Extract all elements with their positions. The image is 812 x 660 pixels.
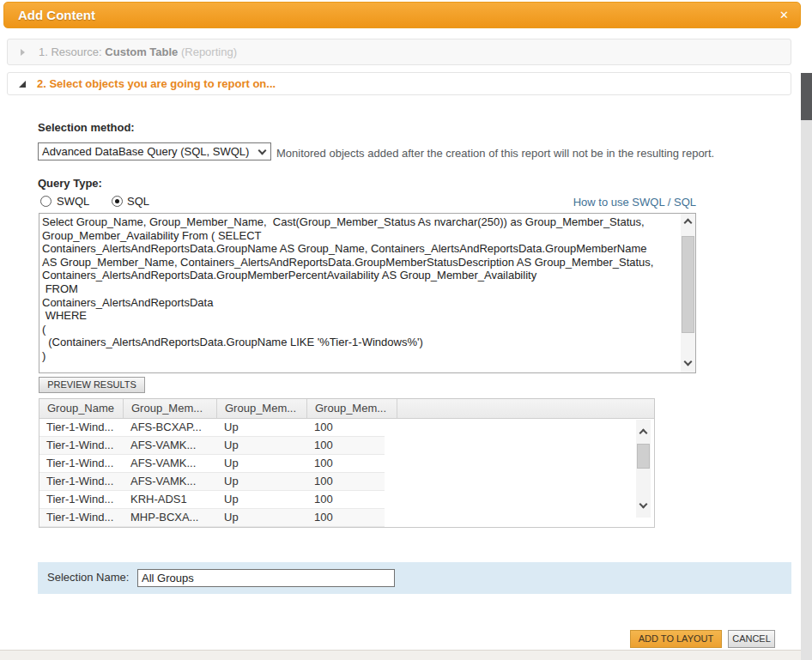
selection-method-note: Monitored objects added after the creati… — [276, 147, 714, 160]
selection-method-label: Selection method: — [38, 121, 135, 134]
table-cell: 100 — [307, 437, 385, 454]
query-type-label: Query Type: — [38, 177, 102, 190]
table-header-row: Group_Name Group_Mem... Group_Mem... Gro… — [39, 399, 654, 419]
table-row[interactable]: Tier-1-Wind...AFS-VAMK...Up100 — [39, 437, 385, 455]
table-cell: Tier-1-Wind... — [39, 455, 124, 472]
selection-method-select[interactable]: Advanced DataBase Query (SQL, SWQL) — [38, 142, 271, 160]
table-cell: Up — [217, 491, 307, 508]
selection-name-label: Selection Name: — [47, 562, 129, 593]
table-row[interactable]: Tier-1-Wind...AFS-BCXAP...Up100 — [39, 419, 385, 437]
radio-sql[interactable] — [112, 196, 123, 207]
step1-label: 1. Resource: Custom Table (Reporting) — [39, 39, 237, 65]
browser-scroll-track[interactable] — [801, 73, 812, 660]
dialog-header: Add Content ✕ — [3, 2, 801, 28]
selection-name-input[interactable] — [137, 569, 395, 587]
table-cell: AFS-BCXAP... — [124, 419, 217, 436]
add-content-dialog: Add Content ✕ 1. Resource: Custom Table … — [0, 0, 812, 660]
table-row[interactable]: Tier-1-Wind...AFS-VAMK...Up100 — [39, 455, 385, 473]
expanded-triangle-icon — [19, 81, 26, 88]
add-to-layout-button[interactable]: ADD TO LAYOUT — [630, 630, 722, 648]
close-icon[interactable]: ✕ — [779, 3, 789, 28]
table-cell: Up — [217, 455, 307, 472]
table-cell: Up — [217, 419, 307, 436]
selection-method-value: Advanced DataBase Query (SQL, SWQL) — [42, 145, 249, 158]
sql-query-editor[interactable]: Select Group_Name, Group_Member_Name, Ca… — [39, 213, 696, 373]
table-cell: Up — [217, 473, 307, 490]
browser-scroll-thumb[interactable] — [801, 73, 812, 120]
selection-name-band: Selection Name: — [38, 562, 791, 594]
dialog-title: Add Content — [18, 3, 95, 28]
table-cell: Tier-1-Wind... — [39, 491, 124, 508]
preview-results-table: Group_Name Group_Mem... Group_Mem... Gro… — [39, 398, 655, 528]
step2-select-objects-bar[interactable]: 2. Select objects you are going to repor… — [7, 72, 791, 95]
cancel-button[interactable]: CANCEL — [728, 630, 775, 648]
preview-results-button[interactable]: PREVIEW RESULTS — [39, 377, 145, 393]
table-cell: MHP-BCXA... — [124, 509, 217, 526]
table-cell: AFS-VAMK... — [124, 473, 217, 490]
step1-resource-type: (Reporting) — [178, 45, 237, 58]
table-scroll-thumb[interactable] — [637, 444, 650, 469]
scroll-up-icon[interactable] — [684, 219, 693, 227]
radio-sql-label: SQL — [127, 195, 149, 208]
table-cell: 100 — [307, 491, 385, 508]
table-cell: Tier-1-Wind... — [39, 419, 124, 436]
table-cell: Up — [217, 437, 307, 454]
browser-scrollbar — [801, 0, 812, 660]
scroll-up-icon[interactable] — [639, 429, 648, 438]
editor-scroll-thumb[interactable] — [682, 236, 694, 333]
table-cell: AFS-VAMK... — [124, 437, 217, 454]
page-bottom-strip — [0, 650, 812, 660]
chevron-down-icon — [258, 147, 267, 155]
table-cell: Up — [217, 509, 307, 526]
column-header-group-name[interactable]: Group_Name — [39, 399, 124, 418]
scroll-down-icon[interactable] — [684, 358, 693, 366]
editor-scrollbar — [681, 214, 695, 372]
column-header-group-member-name[interactable]: Group_Mem... — [124, 399, 217, 418]
step1-resource-bar[interactable]: 1. Resource: Custom Table (Reporting) — [7, 39, 791, 65]
column-header-group-member-availability[interactable]: Group_Mem... — [307, 399, 397, 418]
table-row[interactable]: Tier-1-Wind...KRH-ADS1Up100 — [39, 491, 385, 509]
table-cell: 100 — [307, 473, 385, 490]
radio-swql-label: SWQL — [57, 195, 89, 208]
step1-resource-name: Custom Table — [105, 45, 178, 58]
table-cell: 100 — [307, 509, 385, 526]
table-cell: AFS-VAMK... — [124, 455, 217, 472]
sql-query-text[interactable]: Select Group_Name, Group_Member_Name, Ca… — [39, 214, 680, 372]
table-cell: KRH-ADS1 — [124, 491, 217, 508]
table-cell: Tier-1-Wind... — [39, 473, 124, 490]
column-header-group-member-status[interactable]: Group_Mem... — [217, 399, 307, 418]
collapsed-triangle-icon — [21, 49, 25, 56]
table-cell: Tier-1-Wind... — [39, 437, 124, 454]
how-to-use-link[interactable]: How to use SWQL / SQL — [573, 196, 696, 209]
table-scrollbar — [636, 420, 651, 518]
radio-swql[interactable] — [40, 196, 52, 207]
step2-label: 2. Select objects you are going to repor… — [37, 73, 276, 95]
table-cell: 100 — [307, 455, 385, 472]
table-cell: 100 — [307, 419, 385, 436]
table-cell: Tier-1-Wind... — [39, 509, 124, 526]
scroll-down-icon[interactable] — [639, 500, 648, 509]
preview-table-body: Tier-1-Wind...AFS-BCXAP...Up100Tier-1-Wi… — [39, 419, 385, 527]
table-row[interactable]: Tier-1-Wind...MHP-BCXA...Up100 — [39, 509, 385, 527]
table-row[interactable]: Tier-1-Wind...AFS-VAMK...Up100 — [39, 473, 385, 491]
